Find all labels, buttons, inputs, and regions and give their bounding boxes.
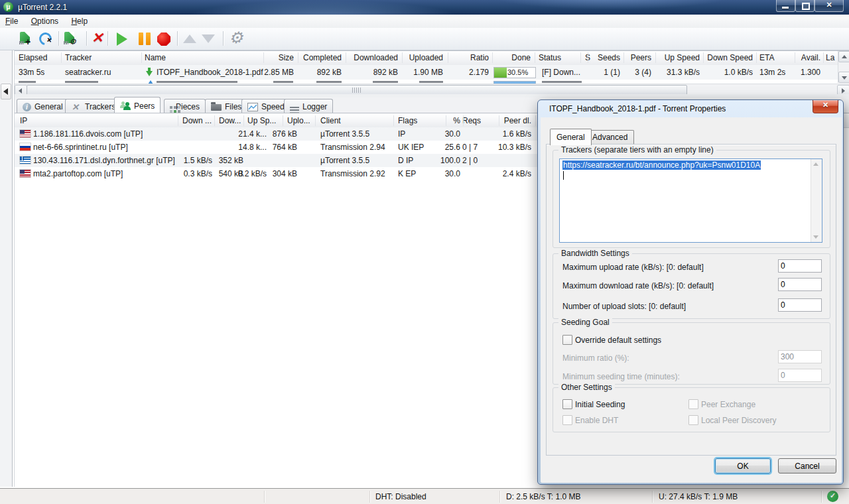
col-avail[interactable]: Avail.: [801, 53, 820, 62]
column-separator[interactable]: [446, 115, 446, 126]
tab-logger[interactable]: Logger: [284, 99, 333, 113]
add-torrent-from-url-button[interactable]: [38, 31, 56, 48]
vertical-scrollbar[interactable]: [838, 51, 849, 83]
col-peer-dl[interactable]: Peer dl.: [504, 116, 531, 125]
column-separator[interactable]: [214, 115, 215, 126]
pause-button[interactable]: [136, 31, 155, 48]
col-tracker[interactable]: Tracker: [65, 53, 92, 62]
tab-peers[interactable]: Peers: [114, 97, 161, 113]
column-separator[interactable]: [623, 52, 624, 63]
col-ratio[interactable]: Ratio: [470, 53, 489, 62]
col-size[interactable]: Size: [279, 53, 294, 62]
col-down-speed[interactable]: Down Speed: [707, 53, 753, 62]
tab-trackers[interactable]: Trackers: [65, 99, 121, 113]
col-status[interactable]: Status: [539, 53, 561, 62]
col-down-speed[interactable]: Down ...: [182, 116, 212, 125]
column-separator[interactable]: [283, 115, 283, 126]
column-separator[interactable]: [795, 52, 795, 63]
col-up-speed[interactable]: Up Sp...: [247, 116, 276, 125]
restore-button[interactable]: [795, 0, 815, 12]
column-separator[interactable]: [463, 115, 464, 126]
column-separator[interactable]: [756, 52, 757, 63]
minimum-ratio-input[interactable]: [778, 350, 822, 363]
column-separator[interactable]: [588, 52, 588, 63]
column-separator[interactable]: [141, 52, 142, 63]
preferences-button[interactable]: [228, 31, 246, 48]
close-window-button[interactable]: [815, 0, 844, 12]
move-up-queue-button[interactable]: [180, 31, 199, 48]
col-peers[interactable]: Peers: [631, 53, 651, 62]
column-separator[interactable]: [346, 52, 346, 63]
col-label-truncated[interactable]: La: [826, 53, 834, 62]
column-separator[interactable]: [535, 115, 536, 126]
menu-help[interactable]: Help: [66, 15, 93, 26]
column-separator[interactable]: [243, 115, 244, 126]
stop-button[interactable]: [155, 31, 174, 48]
menu-options[interactable]: Options: [26, 15, 64, 26]
menu-file[interactable]: File: [0, 15, 23, 26]
col-up-speed[interactable]: Up Speed: [665, 53, 700, 62]
move-down-queue-button[interactable]: [199, 31, 218, 48]
sidebar-expand-button[interactable]: [1, 84, 11, 99]
col-flags[interactable]: Flags: [398, 116, 417, 125]
upload-slots-input[interactable]: [778, 298, 822, 312]
add-torrent-button[interactable]: [18, 31, 36, 48]
col-client[interactable]: Client: [320, 116, 341, 125]
enable-dht-checkbox[interactable]: [562, 415, 572, 425]
tab-speed[interactable]: Speed: [241, 99, 291, 113]
ok-button[interactable]: OK: [715, 458, 771, 473]
column-separator[interactable]: [499, 115, 499, 126]
col-reqs[interactable]: Reqs: [462, 116, 481, 125]
arrow-up-icon[interactable]: [813, 162, 818, 166]
col-name[interactable]: Name: [145, 53, 166, 62]
textarea-scrollbar[interactable]: [811, 159, 822, 242]
column-separator[interactable]: [298, 52, 298, 63]
column-separator[interactable]: [393, 115, 394, 126]
initial-seeding-checkbox[interactable]: [562, 399, 572, 409]
column-separator[interactable]: [492, 52, 493, 63]
col-elapsed[interactable]: Elapsed: [19, 53, 47, 62]
override-defaults-checkbox[interactable]: [562, 335, 572, 345]
max-download-input[interactable]: [778, 278, 822, 291]
cancel-button[interactable]: Cancel: [778, 458, 836, 473]
col-percent[interactable]: %: [453, 116, 460, 125]
col-downloaded[interactable]: Downloaded: [354, 53, 398, 62]
dialog-close-button[interactable]: [813, 100, 838, 113]
local-peer-discovery-checkbox[interactable]: [688, 415, 698, 425]
minimize-button[interactable]: [776, 0, 795, 12]
trackers-textarea[interactable]: https://seatracker.ru/bt/announce.php?uk…: [559, 158, 822, 243]
column-separator[interactable]: [263, 52, 264, 63]
dialog-tab-general[interactable]: General: [550, 129, 592, 145]
column-separator[interactable]: [61, 52, 62, 63]
col-ip[interactable]: IP: [20, 116, 27, 125]
scroll-up-button[interactable]: [838, 51, 849, 62]
peer-exchange-checkbox[interactable]: [688, 399, 698, 409]
tab-general[interactable]: General: [17, 99, 69, 113]
column-separator[interactable]: [315, 115, 316, 126]
column-separator[interactable]: [823, 52, 824, 63]
col-uploaded[interactable]: Uplo...: [287, 116, 310, 125]
col-seeds[interactable]: Seeds: [598, 53, 620, 62]
column-separator[interactable]: [448, 52, 448, 63]
tab-pieces[interactable]: Pieces: [164, 99, 206, 113]
remove-button[interactable]: [90, 31, 108, 48]
minimum-seeding-time-input[interactable]: [778, 369, 822, 382]
column-separator[interactable]: [703, 52, 704, 63]
col-downloaded[interactable]: Dow...: [219, 116, 241, 125]
arrow-down-icon[interactable]: [813, 235, 818, 239]
col-eta[interactable]: ETA: [759, 53, 774, 62]
col-completed[interactable]: Completed: [303, 53, 342, 62]
dialog-tab-advanced[interactable]: Advanced: [586, 130, 634, 145]
column-separator[interactable]: [535, 52, 535, 63]
col-done[interactable]: Done: [511, 53, 531, 62]
column-separator[interactable]: [655, 52, 656, 63]
torrent-row[interactable]: 33m 5s seatracker.ru ITOPF_Handbook_2018…: [15, 65, 849, 80]
scroll-down-button[interactable]: [838, 72, 849, 83]
column-separator[interactable]: [580, 52, 581, 63]
create-torrent-button[interactable]: [62, 31, 81, 48]
column-separator[interactable]: [178, 115, 178, 126]
max-upload-input[interactable]: [778, 259, 822, 273]
column-separator[interactable]: [402, 52, 403, 63]
start-button[interactable]: [113, 31, 131, 48]
col-uploaded[interactable]: Uploaded: [409, 53, 443, 62]
